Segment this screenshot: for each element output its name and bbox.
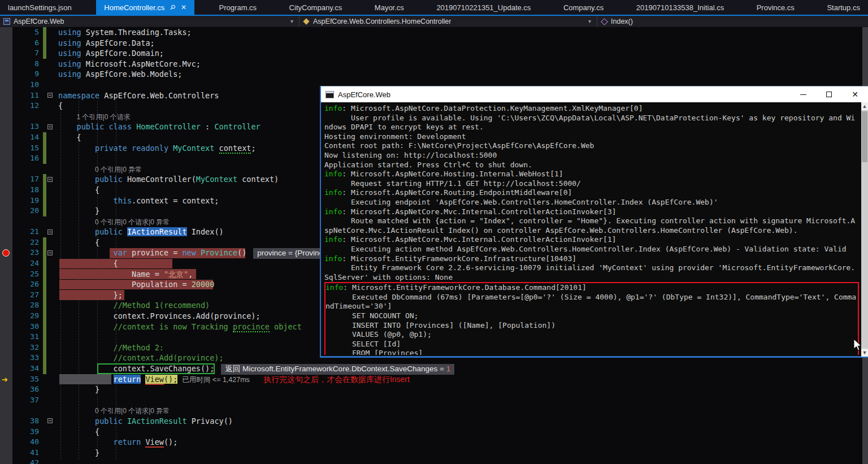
line-margin[interactable] (0, 111, 12, 122)
fold-column: − (46, 248, 55, 258)
debugger-datatip[interactable]: 返回 Microsoft.EntityFrameworkCore.DbConte… (221, 364, 454, 375)
pin-icon[interactable]: ⚲ (168, 3, 177, 12)
line-margin[interactable] (0, 185, 12, 196)
tab-program-cs[interactable]: Program.cs (211, 0, 264, 15)
code-text (55, 395, 868, 406)
maximize-button[interactable] (816, 86, 842, 102)
minimize-button[interactable] (790, 86, 816, 102)
chevron-down-icon[interactable]: ▾ (588, 18, 593, 24)
fold-collapse-icon[interactable]: − (47, 418, 53, 423)
tab-label: launchSettings.json (8, 3, 72, 12)
line-margin[interactable] (0, 300, 12, 311)
tab-province-cs[interactable]: Province.cs (749, 0, 802, 15)
console-line: Executed DbCommand (67ms) [Parameters=[@… (326, 293, 858, 302)
debugger-datatip[interactable]: province = {Provinc (253, 248, 327, 259)
line-margin[interactable] (0, 59, 12, 70)
line-margin[interactable] (0, 363, 12, 374)
line-margin[interactable] (0, 448, 12, 458)
line-margin[interactable] (0, 416, 12, 427)
line-margin[interactable] (0, 206, 12, 216)
line-margin[interactable] (0, 27, 12, 38)
code-line: 37 (0, 395, 868, 406)
breakpoint-icon[interactable] (2, 249, 10, 257)
line-margin[interactable] (0, 405, 12, 416)
line-number: 18 (12, 185, 43, 196)
fold-collapse-icon[interactable]: − (47, 229, 53, 235)
close-button[interactable]: ✕ (842, 86, 868, 102)
codelens-info[interactable]: 1 个引用|0 个请求 (58, 113, 131, 121)
line-margin[interactable] (0, 174, 12, 185)
scroll-up-icon[interactable]: ▲ (861, 102, 868, 110)
codelens-info[interactable]: 0 个引用|0 个请求|0 异常 (58, 407, 170, 415)
tab-20190710133538-initial-cs[interactable]: 20190710133538_Initial.cs (628, 0, 732, 15)
line-margin[interactable] (0, 395, 12, 406)
token: //Method 1(recommend) (114, 301, 210, 310)
line-margin[interactable] (0, 322, 12, 332)
fold-collapse-icon[interactable]: − (47, 177, 53, 182)
project-dropdown[interactable]: AspEfCore.Web ▾ (0, 16, 300, 27)
line-margin[interactable] (0, 90, 12, 101)
line-margin[interactable] (0, 258, 12, 269)
console-title-bar[interactable]: AspEfCore.Web ✕ (321, 86, 868, 102)
line-margin[interactable] (0, 143, 12, 154)
line-margin[interactable] (0, 269, 12, 280)
code-text: using AspEfCore.Web.Models; (55, 69, 868, 80)
line-margin[interactable] (0, 196, 12, 206)
tab-homecontroller-cs[interactable]: HomeController.cs⚲✕ (96, 0, 194, 15)
line-margin[interactable] (0, 132, 12, 143)
line-margin[interactable] (0, 101, 12, 111)
tab-startup-cs[interactable]: Startup.cs (819, 0, 868, 15)
tab-20190710221351-update-cs[interactable]: 20190710221351_Update.cs (428, 0, 539, 15)
line-margin[interactable]: ➜ (0, 374, 12, 385)
type-dropdown[interactable]: AspEfCore.Web.Controllers.HomeController… (300, 16, 597, 27)
fold-collapse-icon[interactable]: − (47, 124, 53, 129)
line-margin[interactable] (0, 153, 12, 164)
fold-collapse-icon[interactable]: − (47, 250, 53, 255)
line-margin[interactable] (0, 69, 12, 80)
tab-company-cs[interactable]: Company.cs (555, 0, 611, 15)
line-margin[interactable] (0, 48, 12, 59)
line-margin[interactable] (0, 353, 12, 363)
line-margin[interactable] (0, 458, 12, 464)
line-margin[interactable] (0, 384, 12, 395)
line-margin[interactable] (0, 332, 12, 342)
token: } (58, 206, 99, 215)
line-margin[interactable] (0, 248, 12, 258)
line-margin[interactable] (0, 437, 12, 448)
codelens-info[interactable]: 0 个引用|0 个请求|0 异常 (58, 218, 170, 226)
token: using (58, 59, 86, 68)
line-margin[interactable] (0, 80, 12, 90)
fold-collapse-icon[interactable]: − (47, 93, 53, 98)
fold-column (46, 279, 55, 290)
line-margin[interactable] (0, 216, 12, 227)
chevron-down-icon[interactable]: ▾ (290, 18, 296, 24)
console-line: info: Microsoft.EntityFrameworkCore.Infr… (324, 254, 860, 264)
line-margin[interactable] (0, 427, 12, 437)
line-margin[interactable] (0, 122, 12, 132)
token: { (58, 133, 81, 142)
member-dropdown[interactable]: Index() (597, 16, 868, 27)
line-margin[interactable] (0, 311, 12, 322)
console-window[interactable]: AspEfCore.Web ✕ info: Microsoft.AspNetCo… (320, 86, 868, 358)
scrollbar-thumb[interactable] (862, 111, 867, 162)
line-margin[interactable] (0, 279, 12, 290)
navigation-bar: AspEfCore.Web ▾ AspEfCore.Web.Controller… (0, 16, 868, 27)
annotation-note: 执行完这句之后，才会在数据库进行Insert (263, 375, 410, 384)
perftip[interactable]: 已用时间 <= 1,427ms (182, 376, 250, 384)
tab-mayor-cs[interactable]: Mayor.cs (367, 0, 412, 15)
token: //Method 2: (114, 343, 164, 352)
line-margin[interactable] (0, 164, 12, 175)
console-scrollbar[interactable]: ▲ ▼ (861, 102, 868, 357)
line-margin[interactable] (0, 237, 12, 248)
fold-column: − (46, 227, 55, 237)
console-line: VALUES (@p0, @p1); (326, 330, 858, 340)
line-margin[interactable] (0, 342, 12, 353)
tab-citycompany-cs[interactable]: CityCompany.cs (281, 0, 350, 15)
close-icon[interactable]: ✕ (181, 3, 186, 11)
line-margin[interactable] (0, 290, 12, 301)
codelens-info[interactable]: 0 个引用|0 异常 (58, 166, 142, 174)
tab-launchsettings-json[interactable]: launchSettings.json (0, 0, 80, 15)
line-number: 20 (12, 206, 43, 216)
line-margin[interactable] (0, 227, 12, 237)
line-margin[interactable] (0, 38, 12, 49)
